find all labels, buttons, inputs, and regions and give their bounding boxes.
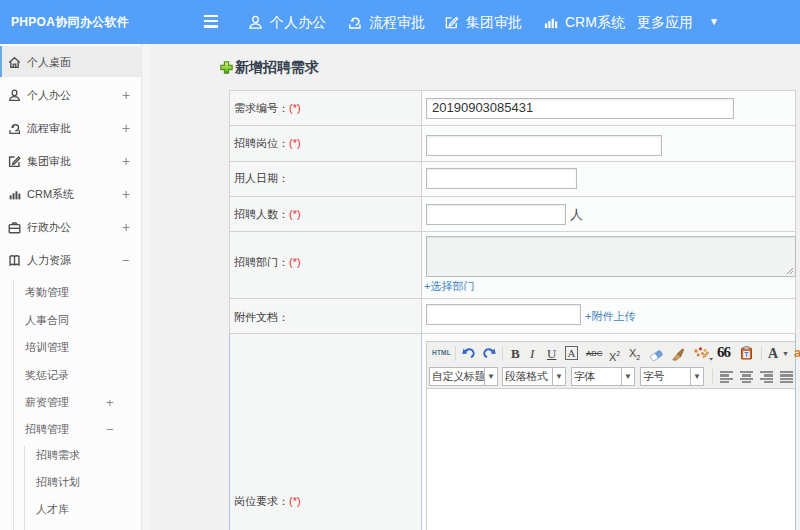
svg-text:T: T xyxy=(744,351,749,358)
